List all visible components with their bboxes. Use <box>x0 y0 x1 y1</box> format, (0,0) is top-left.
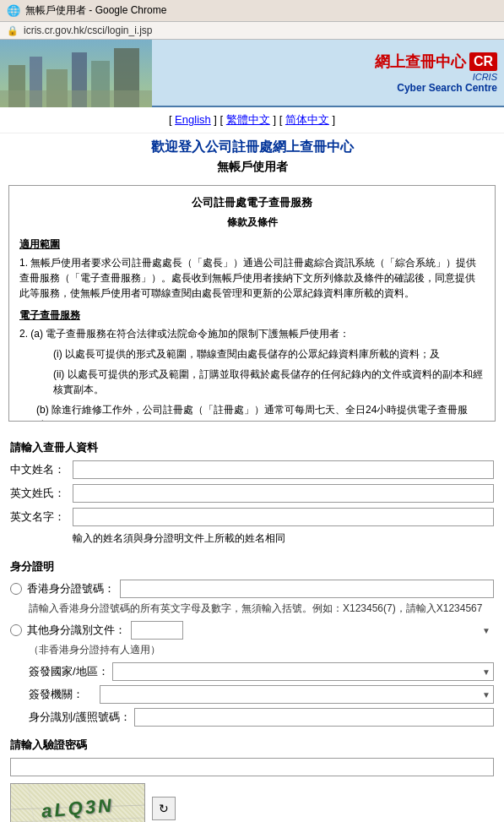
welcome-section: 歡迎登入公司註冊處網上查冊中心 無帳戶使用者 <box>0 133 504 178</box>
terms-item1: 1. 無帳戶使用者要求公司註冊處處長（「處長」）通過公司註冊處綜合資訊系統（「綜… <box>19 255 485 301</box>
given-name-row: 英文名字： <box>10 508 494 526</box>
welcome-title: 歡迎登入公司註冊處網上查冊中心 <box>8 139 496 156</box>
surname-label: 英文姓氏： <box>10 486 69 501</box>
other-id-note: （非香港身分證持有人適用） <box>29 643 494 657</box>
issuing-country-select[interactable] <box>112 662 494 681</box>
surname-row: 英文姓氏： <box>10 484 494 503</box>
header-photo <box>0 40 152 107</box>
issuing-country-row: 簽發國家/地區： <box>29 662 494 681</box>
other-id-select[interactable]: 護照 身分證 <box>131 621 183 640</box>
id-section: 身分證明 香港身分證號碼： 請輸入香港身分證號碼的所有英文字母及數字，無須輸入括… <box>0 556 504 734</box>
hkid-radio[interactable] <box>10 583 22 595</box>
terms-item2a-ii: (ii) 以處長可提供的形式及範圍，訂購並取得截於處長儲存的任何紀錄內的文件或資… <box>53 367 485 397</box>
other-id-row: 其他身分識別文件： 護照 身分證 <box>10 621 494 640</box>
page-content: 網上查冊中心 CR ICRIS Cyber Search Centre [ En… <box>0 40 504 822</box>
terms-item2a: 2. (a) 電子查冊服務在符合法律或法院命令施加的限制下護無帳戶使用者： <box>19 326 485 341</box>
header-logo-subtitle: Cyber Search Centre <box>397 82 497 94</box>
chinese-name-label: 中文姓名： <box>10 462 69 477</box>
browser-favicon: 🌐 <box>7 4 20 17</box>
other-id-radio[interactable] <box>10 624 22 636</box>
terms-title: 公司註冊處電子查冊服務 <box>19 194 485 211</box>
other-id-label: 其他身分識別文件： <box>27 623 126 638</box>
id-section-title: 身分證明 <box>10 559 494 574</box>
lang-english[interactable]: English <box>175 113 211 126</box>
lock-icon: 🔒 <box>7 25 19 36</box>
welcome-subtitle: 無帳戶使用者 <box>8 160 496 175</box>
header-logo-cr: CR <box>469 52 497 71</box>
hkid-row: 香港身分證號碼： <box>10 580 494 598</box>
captcha-section: 請輸入驗證密碼 aLQ3N ↻ <box>0 734 504 822</box>
issuing-country-select-wrapper <box>112 662 494 681</box>
name-hint: 輸入的姓名須與身分證明文件上所載的姓名相同 <box>73 531 494 546</box>
doc-number-label: 身分識別/護照號碼： <box>29 710 131 725</box>
language-nav: [ English ] [ 繁體中文 ] [ 简体中文 ] <box>0 107 504 133</box>
hkid-hint: 請輸入香港身分證號碼的所有英文字母及數字，無須輸入括號。例如：X123456(7… <box>29 602 494 616</box>
header-logo-chinese: 網上查冊中心 <box>375 52 466 72</box>
other-id-select-wrapper: 護照 身分證 <box>131 621 494 640</box>
doc-number-row: 身分識別/護照號碼： <box>29 708 494 727</box>
terms-box[interactable]: 公司註冊處電子查冊服務 條款及條件 適用範圍 1. 無帳戶使用者要求公司註冊處處… <box>8 185 496 422</box>
form-section-title: 請輸入查冊人資料 <box>10 440 494 455</box>
hkid-label: 香港身分證號碼： <box>27 581 115 596</box>
captcha-refresh-button[interactable]: ↻ <box>152 797 176 820</box>
issuing-authority-select-wrapper <box>100 685 494 704</box>
chinese-name-row: 中文姓名： <box>10 460 494 479</box>
terms-section2-title: 電子查冊服務 <box>19 308 485 323</box>
captcha-input[interactable] <box>10 758 494 776</box>
terms-item2b: (b) 除進行維修工作外，公司註冊處（「註冊處」）通常可每周七天、全日24小時提… <box>36 402 485 422</box>
surname-input[interactable] <box>73 484 494 503</box>
terms-item2a-i: (i) 以處長可提供的形式及範圍，聯線查閱由處長儲存的公眾紀錄資料庫所載的資料；… <box>53 346 485 362</box>
given-name-label: 英文名字： <box>10 509 69 525</box>
browser-addressbar: 🔒 icris.cr.gov.hk/csci/login_i.jsp <box>0 22 504 40</box>
browser-titlebar: 🌐 無帳戶使用者 - Google Chrome <box>0 0 504 22</box>
doc-number-input[interactable] <box>134 708 494 727</box>
terms-section1-title: 適用範圍 <box>19 237 485 252</box>
hkid-input[interactable] <box>120 580 494 598</box>
terms-subtitle: 條款及條件 <box>19 215 485 230</box>
given-name-input[interactable] <box>73 508 494 526</box>
browser-title: 無帳戶使用者 - Google Chrome <box>25 3 166 18</box>
issuing-country-label: 簽發國家/地區： <box>29 664 109 679</box>
header: 網上查冊中心 CR ICRIS Cyber Search Centre <box>0 40 504 107</box>
lang-traditional[interactable]: 繁體中文 <box>226 113 270 126</box>
chinese-name-input[interactable] <box>73 460 494 479</box>
header-logo-icris: ICRIS <box>473 72 497 82</box>
issuing-authority-select[interactable] <box>100 685 494 704</box>
svg-line-10 <box>28 784 36 822</box>
lang-simplified[interactable]: 简体中文 <box>285 113 329 126</box>
enquirer-form-section: 請輸入查冊人資料 中文姓名： 英文姓氏： 英文名字： 輸入的姓名須與身分證明文件… <box>0 428 504 556</box>
url-text: icris.cr.gov.hk/csci/login_i.jsp <box>24 24 153 36</box>
captcha-image-row: aLQ3N ↻ <box>10 783 494 822</box>
captcha-image: aLQ3N <box>10 783 145 822</box>
svg-rect-7 <box>0 90 152 107</box>
captcha-title: 請輸入驗證密碼 <box>10 738 494 753</box>
issuing-authority-label: 簽發機關： <box>29 687 96 702</box>
issuing-authority-row: 簽發機關： <box>29 685 494 704</box>
refresh-icon: ↻ <box>159 802 169 815</box>
header-logo-top: 網上查冊中心 CR <box>375 52 497 72</box>
header-logo: 網上查冊中心 CR ICRIS Cyber Search Centre <box>375 52 497 94</box>
